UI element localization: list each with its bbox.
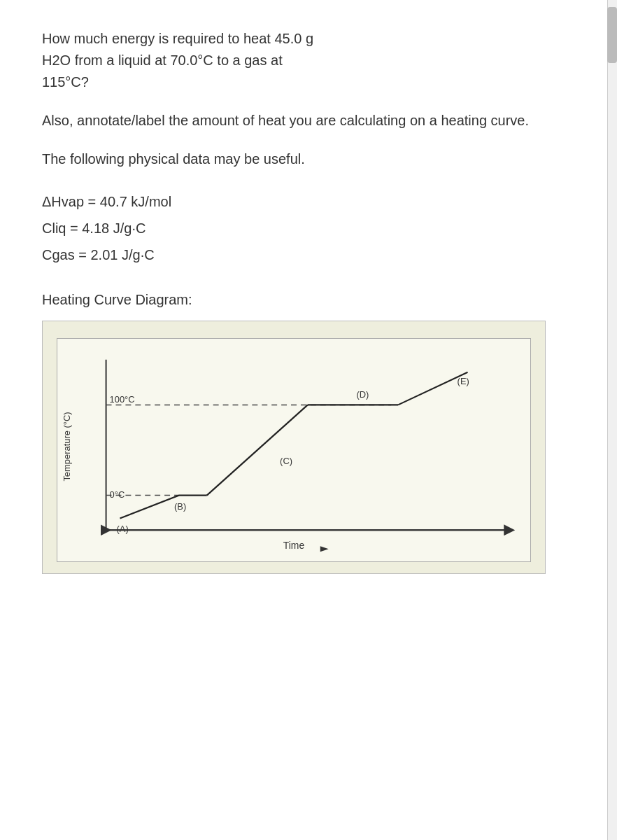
heating-curve-label: Heating Curve Diagram: <box>42 292 575 308</box>
svg-line-6 <box>120 496 179 519</box>
point-d-label: (D) <box>356 389 369 400</box>
question-line3: 115°C? <box>42 74 89 90</box>
heating-curve-svg: Temperature (°C) Time <box>57 339 530 561</box>
point-c-label: (C) <box>280 456 292 466</box>
also-text: Also, annotate/label the amount of heat … <box>42 110 575 132</box>
question-line1: How much energy is required to heat 45.0… <box>42 31 313 46</box>
x-axis-label: Time <box>283 540 305 551</box>
point-b-label: (B) <box>174 501 186 512</box>
question-line2: H2O from a liquid at 70.0°C to a gas at <box>42 52 283 68</box>
diagram-container: Temperature (°C) Time <box>42 321 546 574</box>
point-e-label: (E) <box>458 376 469 386</box>
cgas-item: Cgas = 2.01 J/g·C <box>42 243 575 267</box>
hvap-item: ΔHvap = 40.7 kJ/mol <box>42 190 575 214</box>
temp-100-label: 100°C <box>110 394 135 405</box>
following-text: The following physical data may be usefu… <box>42 148 575 170</box>
scrollbar-thumb[interactable] <box>607 7 617 63</box>
y-axis-label: Temperature (°C) <box>62 412 72 481</box>
question-text: How much energy is required to heat 45.0… <box>42 28 575 93</box>
data-block: ΔHvap = 40.7 kJ/mol Cliq = 4.18 J/g·C Cg… <box>42 190 575 267</box>
diagram-inner: Temperature (°C) Time <box>57 338 531 562</box>
page: How much energy is required to heat 45.0… <box>0 0 617 840</box>
cliq-item: Cliq = 4.18 J/g·C <box>42 216 575 240</box>
following-content: The following physical data may be usefu… <box>42 151 305 167</box>
svg-line-8 <box>207 405 308 495</box>
scrollbar[interactable] <box>607 0 617 840</box>
temp-0-label: 0°C <box>110 489 125 500</box>
point-a-label: (A) <box>117 524 129 534</box>
also-content: Also, annotate/label the amount of heat … <box>42 113 529 128</box>
svg-marker-3 <box>320 546 329 552</box>
